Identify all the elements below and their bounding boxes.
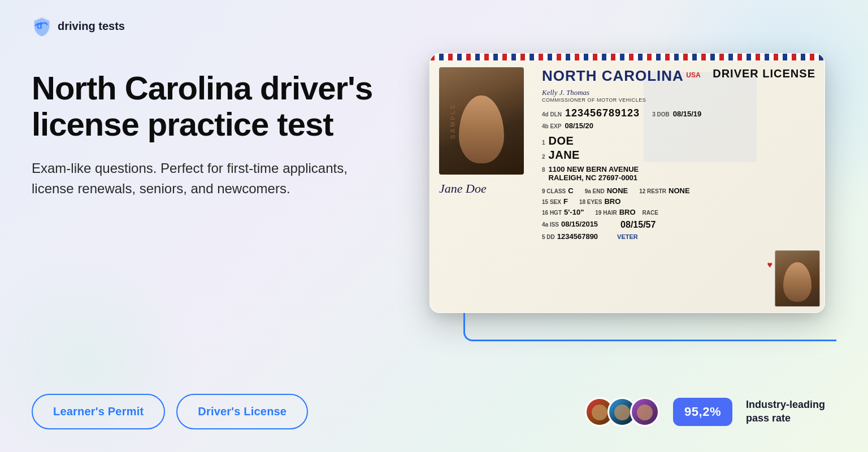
main-content: North Carolina driver's license practice…	[0, 36, 868, 377]
pass-rate-label: Industry-leading pass rate	[746, 398, 836, 425]
restr-value: NONE	[669, 186, 690, 195]
hero-description: Exam-like questions. Perfect for first-t…	[32, 158, 348, 199]
restr-pair: 12 RESTR NONE	[639, 186, 689, 195]
left-panel: North Carolina driver's license practice…	[32, 36, 405, 199]
dln-value: 123456789123	[565, 107, 640, 119]
right-panel: Jane Doe NORTH CAROLINA USA DRIVER LICEN…	[427, 36, 836, 330]
last-name-row: 1 DOE	[542, 134, 815, 147]
iss-pair: 4a ISS 08/15/2015	[542, 220, 598, 230]
dd-row: 5 DD 1234567890 VETER	[542, 232, 815, 241]
dob-label: 3 DOB	[652, 111, 670, 118]
eyes-pair: 18 EYES BRO	[579, 197, 620, 206]
avatar-3	[630, 397, 659, 427]
last-name-label: 1	[542, 140, 545, 146]
bottom-section: Learner's Permit Driver's License 95,2% …	[0, 377, 868, 452]
state-name: NORTH CAROLINA	[542, 67, 684, 84]
commissioner-title: COMMISSIONER OF MOTOR VEHICLES	[542, 97, 815, 103]
svg-text:d: d	[37, 21, 42, 31]
address-line1: 1100 NEW BERN AVENUE	[549, 165, 639, 173]
license-body: Jane Doe NORTH CAROLINA USA DRIVER LICEN…	[430, 60, 824, 312]
iss-row: 4a ISS 08/15/2015 08/15/57	[542, 220, 815, 230]
address-label: 8	[542, 167, 545, 173]
header: d driving tests	[0, 0, 868, 36]
exp-row: 4b EXP 08/15/20	[542, 121, 815, 130]
sex-label: 15 SEX	[542, 199, 561, 205]
license-left: Jane Doe	[439, 67, 535, 306]
address-block: 1100 NEW BERN AVENUE RALEIGH, NC 27697-0…	[549, 165, 639, 182]
hgt-label: 16 HGT	[542, 210, 562, 216]
page-wrapper: d driving tests North Carolina driver's …	[0, 0, 868, 452]
avatar-group	[585, 397, 659, 427]
end-label: 9a END	[585, 188, 605, 194]
end-pair: 9a END NONE	[585, 186, 628, 195]
usa-label: USA	[686, 71, 700, 79]
hair-value: BRO	[619, 208, 636, 216]
class-value: C	[568, 186, 573, 195]
iss-value: 08/15/2015	[561, 220, 598, 228]
dob-value: 08/15/19	[673, 110, 702, 118]
license-signature: Jane Doe	[439, 181, 535, 196]
exp-value: 08/15/20	[565, 121, 593, 130]
physical-row: 15 SEX F 18 EYES BRO	[542, 197, 815, 206]
last-name-value: DOE	[549, 134, 574, 147]
state-name-block: NORTH CAROLINA USA	[542, 67, 701, 85]
license-photo	[439, 67, 524, 175]
heart-icon: ♥	[767, 260, 773, 270]
logo-icon: d	[32, 16, 52, 36]
class-pair: 9 CLASS C	[542, 186, 574, 195]
commissioner-block: Kelly J. Thomas COMMISSIONER OF MOTOR VE…	[542, 88, 815, 103]
license-title: DRIVER LICENSE	[713, 67, 815, 80]
birthdate-value: 08/15/57	[620, 220, 656, 230]
veteran-label: VETER	[617, 233, 638, 240]
first-name-value: JANE	[549, 149, 580, 162]
stats-section: 95,2% Industry-leading pass rate	[585, 397, 836, 427]
eyes-value: BRO	[604, 197, 620, 206]
sex-value: F	[563, 197, 568, 206]
physical-row-2: 16 HGT 5'-10" 19 HAIR BRO RACE	[542, 208, 815, 216]
address-line2: RALEIGH, NC 27697-0001	[549, 173, 639, 182]
logo-text: driving tests	[58, 20, 125, 33]
birthdate-pair: 08/15/57	[620, 220, 656, 230]
license-top-bar	[430, 54, 824, 60]
address-row: 8 1100 NEW BERN AVENUE RALEIGH, NC 27697…	[542, 165, 815, 182]
iss-label: 4a ISS	[542, 221, 559, 228]
hair-pair: 19 HAIR BRO RACE	[595, 208, 658, 216]
hair-label: 19 HAIR	[595, 210, 617, 216]
pass-rate-badge: 95,2%	[673, 398, 732, 426]
license-right: NORTH CAROLINA USA DRIVER LICENSE Kelly …	[542, 67, 815, 306]
dln-row: 4d DLN 123456789123 3 DOB 08/15/19	[542, 107, 815, 119]
dd-value: 1234567890	[557, 232, 598, 241]
class-row: 9 CLASS C 9a END NONE 12 RESTR NONE	[542, 186, 815, 195]
sex-pair: 15 SEX F	[542, 197, 568, 206]
exp-label: 4b EXP	[542, 123, 561, 129]
restr-label: 12 RESTR	[639, 188, 666, 194]
first-name-row: 2 JANE	[542, 149, 815, 162]
license-card-wrapper: Jane Doe NORTH CAROLINA USA DRIVER LICEN…	[429, 53, 836, 330]
license-card: Jane Doe NORTH CAROLINA USA DRIVER LICEN…	[429, 53, 825, 313]
drivers-license-button[interactable]: Driver's License	[176, 394, 308, 429]
nc-header: NORTH CAROLINA USA DRIVER LICENSE	[542, 67, 815, 85]
eyes-label: 18 EYES	[579, 199, 602, 205]
dd-label: 5 DD	[542, 234, 555, 240]
commissioner-sig: Kelly J. Thomas	[542, 88, 815, 97]
race-label: RACE	[643, 210, 658, 216]
dln-label: 4d DLN	[542, 111, 562, 118]
end-value: NONE	[607, 186, 628, 195]
hgt-value: 5'-10"	[564, 208, 584, 216]
class-label: 9 CLASS	[542, 188, 566, 194]
cta-buttons: Learner's Permit Driver's License	[32, 394, 308, 429]
first-name-label: 2	[542, 154, 545, 160]
learner-permit-button[interactable]: Learner's Permit	[32, 394, 165, 429]
page-title: North Carolina driver's license practice…	[32, 70, 405, 142]
bottom-bracket	[463, 313, 836, 341]
hgt-pair: 16 HGT 5'-10"	[542, 208, 584, 216]
